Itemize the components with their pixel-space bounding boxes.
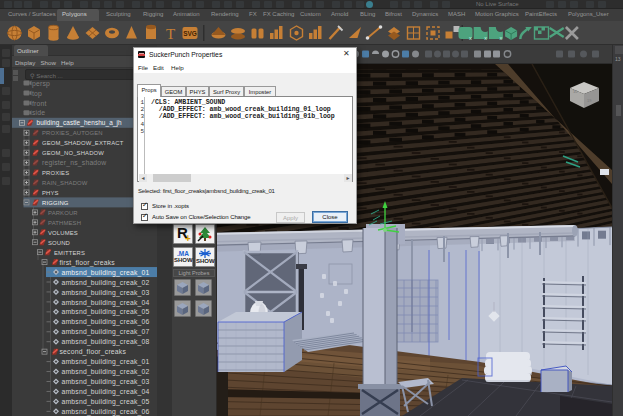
svg-text:GEOM_NO_SHADOW: GEOM_NO_SHADOW xyxy=(42,150,104,156)
svg-text:ambsnd_building_creak_04: ambsnd_building_creak_04 xyxy=(62,388,150,396)
svg-text:ambsnd_building_creak_05: ambsnd_building_creak_05 xyxy=(62,308,150,316)
svg-text:side: side xyxy=(32,109,45,116)
svg-text:ambsnd_building_creak_01: ambsnd_building_creak_01 xyxy=(62,358,150,366)
svg-text:PROXIES_AUTOGEN: PROXIES_AUTOGEN xyxy=(42,130,103,136)
svg-text:ambsnd_building_creak_05: ambsnd_building_creak_05 xyxy=(62,398,150,406)
svg-text:ambsnd_building_creak_06: ambsnd_building_creak_06 xyxy=(62,318,150,326)
svg-text:PHYS: PHYS xyxy=(42,190,59,196)
svg-text:ambsnd_building_creak_07: ambsnd_building_creak_07 xyxy=(62,328,150,336)
svg-text:PARKOUR: PARKOUR xyxy=(48,210,78,216)
svg-text:second_floor_creaks: second_floor_creaks xyxy=(60,348,127,356)
svg-text:ambsnd_building_creak_02: ambsnd_building_creak_02 xyxy=(62,279,150,287)
svg-text:PATHMESH: PATHMESH xyxy=(48,220,81,226)
svg-text:SVG: SVG xyxy=(183,30,197,37)
svg-text:ambsnd_building_creak_03: ambsnd_building_creak_03 xyxy=(62,378,150,386)
svg-text:first_floor_creaks: first_floor_creaks xyxy=(60,259,116,267)
svg-text:ambsnd_building_creak_01: ambsnd_building_creak_01 xyxy=(62,269,150,277)
svg-text:ambsnd_building_creak_06: ambsnd_building_creak_06 xyxy=(62,408,150,416)
svg-text:19: 19 xyxy=(587,98,592,103)
svg-text:RIGGING: RIGGING xyxy=(42,200,69,206)
svg-text:x: x xyxy=(469,35,472,41)
svg-text:x: x xyxy=(499,35,502,41)
svg-text:ambsnd_building_creak_04: ambsnd_building_creak_04 xyxy=(62,299,150,307)
svg-text:building_castle_henshu_a_jh: building_castle_henshu_a_jh xyxy=(37,119,122,127)
svg-text:x: x xyxy=(484,35,487,41)
svg-text:register_ns_shadow: register_ns_shadow xyxy=(42,159,106,167)
svg-text:front: front xyxy=(32,100,47,107)
svg-text:10: 10 xyxy=(573,89,578,94)
svg-text:RAIN_SHADOW: RAIN_SHADOW xyxy=(42,180,88,186)
svg-text:SOUND: SOUND xyxy=(48,240,70,246)
svg-text:PROXIES: PROXIES xyxy=(42,170,69,176)
svg-text:ambsnd_building_creak_02: ambsnd_building_creak_02 xyxy=(62,368,150,376)
svg-text:EMITTERS: EMITTERS xyxy=(54,250,85,256)
svg-text:ambsnd_building_creak_08: ambsnd_building_creak_08 xyxy=(62,338,150,346)
svg-text:persp: persp xyxy=(32,80,50,88)
svg-text:T: T xyxy=(166,26,175,42)
svg-text:VOLUMES: VOLUMES xyxy=(48,230,78,236)
svg-text:ambsnd_building_creak_03: ambsnd_building_creak_03 xyxy=(62,289,150,297)
svg-text:top: top xyxy=(32,90,42,98)
svg-text:GEOM_SHADOW_EXTRACT: GEOM_SHADOW_EXTRACT xyxy=(42,140,124,146)
